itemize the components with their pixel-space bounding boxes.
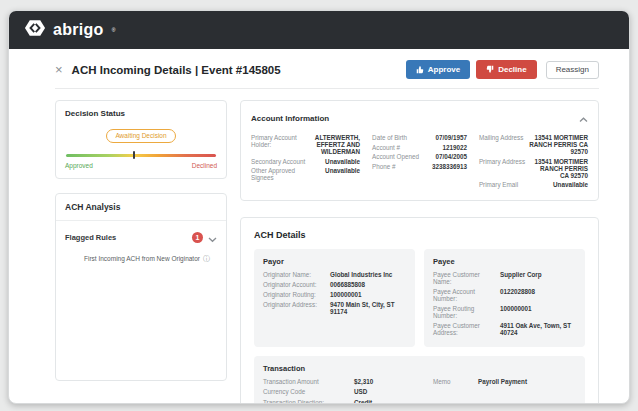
field-label: Phone # [372,163,395,170]
awaiting-decision-badge: Awaiting Decision [106,129,175,143]
field-label: Originator Account: [263,281,325,288]
field-label: Transaction Direction: [263,399,325,405]
field-row: Primary Account Holder: ALTERWERTH, EFFE… [251,134,360,155]
field-value: Unavailable [523,181,588,188]
field-label: Primary Email [479,181,518,188]
abrigo-logo-text: abrigo [53,21,104,39]
account-information-title: Account Information [251,114,329,123]
field-label: Payee Account Number: [433,288,495,302]
account-col-3: Mailing Address 13541 MORTIMER RANCH PER… [479,134,588,191]
field-value: Global Industries Inc [330,271,392,278]
field-label: Date of Birth [372,134,407,141]
field-value: Unavailable [310,158,360,165]
field-value: 13541 MORTIMER RANCH PERRIS CA 92570 [528,134,588,155]
flagged-rules-label: Flagged Rules [65,233,192,242]
details-panels: Payor Originator Name: Global Industries… [254,249,585,405]
field-label: Other Approved Signees [251,167,308,181]
field-row: Secondary Account Unavailable [251,158,360,165]
thumbs-down-icon [486,65,494,74]
field-value: 07/04/2005 [424,153,467,160]
field-row: Currency Code USD [263,388,576,395]
field-row: Originator Routing: 100000001 [263,291,406,298]
field-label: Secondary Account [251,158,305,165]
field-value: 3238336913 [401,163,467,170]
account-information-header: Account Information [251,109,588,127]
field-row: Originator Address: 9470 Main St, City, … [263,301,406,315]
trademark-symbol: ® [112,27,116,33]
chevron-up-icon[interactable] [579,109,588,127]
flagged-count-badge: 1 [192,232,203,243]
field-value: ALTERWERTH, EFFERTZ AND WILDERMAN [313,134,360,155]
field-value: 100000001 [330,291,362,298]
field-value: 13541 MORTIMER RANCH PERRIS CA 92570 [530,158,588,179]
field-row: Payee Customer Name: Supplier Corp [433,271,576,285]
field-label: Originator Address: [263,301,325,308]
declined-label: Declined [192,162,217,169]
field-label: Payee Customer Name: [433,271,495,285]
gauge-track [66,154,216,157]
decision-status-card: Decision Status Awaiting Decision Approv… [55,100,227,179]
field-row: Phone # 3238336913 [372,163,467,170]
field-value: 0066885808 [330,281,365,288]
field-row: Payee Customer Address: 4911 Oak Ave, To… [433,322,576,336]
field-label: Primary Address [479,158,525,165]
ach-details-section: ACH Details Payor Originator Name: Globa… [241,230,598,405]
field-label: Mailing Address [479,134,523,141]
top-navbar: abrigo ® [9,11,629,49]
badge-row: Awaiting Decision [65,124,217,143]
field-label: Originator Name: [263,271,325,278]
payee-panel: Payee Payee Customer Name: Supplier Corp… [424,249,585,347]
flagged-rules-row[interactable]: Flagged Rules 1 [56,221,226,252]
field-label: Transaction Amount [263,378,325,385]
ach-details-card: ACH Details Payor Originator Name: Globa… [240,217,599,405]
field-value: Supplier Corp [500,271,542,278]
modal-content: × ACH Incoming Details | Event #145805 A… [9,49,629,404]
app-window: abrigo ® × ACH Incoming Details | Event … [8,10,630,404]
abrigo-logo-icon [24,17,46,43]
field-value: 9470 Main St, City, ST 91174 [330,301,406,315]
payor-panel: Payor Originator Name: Global Industries… [254,249,415,347]
field-row: Payee Routing Number: 100000001 [433,305,576,319]
left-column: Decision Status Awaiting Decision Approv… [55,100,227,404]
field-value: 07/09/1957 [412,134,467,141]
transaction-panel: Transaction Transaction Amount $2,310 Me… [254,356,585,405]
field-value: Credit [354,399,428,405]
approved-label: Approved [65,162,93,169]
field-label: Payee Customer Address: [433,322,495,336]
field-value: 100000001 [500,305,532,312]
ach-details-title: ACH Details [254,230,585,240]
field-label: Currency Code [263,388,325,395]
info-icon[interactable]: ⓘ [203,255,210,262]
decision-gauge[interactable] [65,151,217,159]
decline-button[interactable]: Decline [476,60,536,79]
field-row: Date of Birth 07/09/1957 [372,134,467,141]
flagged-rule-item[interactable]: First Incoming ACH from New Originator ⓘ [56,252,226,262]
field-value: Payroll Payment [478,378,576,385]
chevron-down-icon[interactable] [208,229,217,247]
reassign-button[interactable]: Reassign [546,61,599,79]
modal-header: × ACH Incoming Details | Event #145805 A… [55,49,599,89]
field-label: Account Opened [372,153,419,160]
field-label: Primary Account Holder: [251,134,308,148]
screen: abrigo ® × ACH Incoming Details | Event … [0,0,638,411]
approve-label: Approve [428,66,460,74]
field-row: Mailing Address 13541 MORTIMER RANCH PER… [479,134,588,155]
field-value: USD [354,388,428,395]
account-col-2: Date of Birth 07/09/1957 Account # 12190… [372,134,467,191]
decision-status-title: Decision Status [65,109,217,118]
approve-button[interactable]: Approve [406,60,470,79]
payor-title: Payor [263,257,406,266]
field-label: Account # [372,144,400,151]
field-value: $2,310 [354,378,428,385]
close-icon[interactable]: × [55,63,63,76]
flagged-rule-text: First Incoming ACH from New Originator [84,255,200,262]
right-column: Account Information Primary Account Hold… [240,100,599,404]
field-label: Payee Routing Number: [433,305,495,319]
gauge-labels: Approved Declined [65,162,217,169]
ach-analysis-card: ACH Analysis Flagged Rules 1 First Incom… [55,193,227,381]
field-row: Other Approved Signees Unavailable [251,167,360,181]
field-value: 0122028808 [500,288,535,295]
payee-title: Payee [433,257,576,266]
field-row: Originator Account: 0066885808 [263,281,406,288]
field-row: Transaction Amount $2,310 Memo Payroll P… [263,378,576,385]
